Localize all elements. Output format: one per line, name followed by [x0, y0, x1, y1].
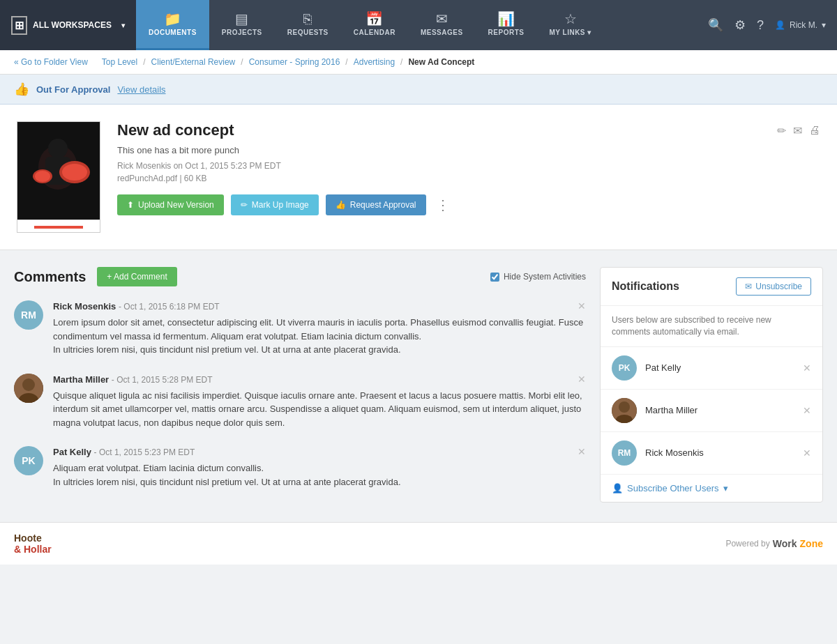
upload-label: Upload New Version — [138, 200, 214, 210]
subscriber-avatar-rm: RM — [612, 440, 637, 466]
comment-close-rm[interactable]: ✕ — [578, 300, 586, 312]
hide-activities-checkbox[interactable] — [490, 273, 499, 282]
status-text: Out For Approval — [36, 84, 110, 95]
footer: Hoote & Hollar Powered by WorkZone — [0, 522, 837, 565]
nav-item-projects[interactable]: ▤ PROJECTS — [209, 0, 275, 50]
doc-thumbnail — [17, 121, 100, 233]
unsubscribe-label: Unsubscribe — [755, 282, 802, 291]
breadcrumb-consumer[interactable]: Consumer - Spring 2016 — [249, 57, 340, 67]
mylinks-icon: ☆ — [564, 12, 577, 26]
subscriber-photo-mm-inner — [612, 398, 637, 423]
markup-button[interactable]: ✏ Mark Up Image — [231, 194, 319, 215]
add-comment-label: + Add Comment — [107, 272, 167, 282]
notifications-desc: Users below are subscribed to receive ne… — [601, 306, 822, 347]
notifications-title: Notifications — [612, 280, 679, 293]
markup-label: Mark Up Image — [252, 200, 309, 210]
nav-item-calendar[interactable]: 📅 CALENDAR — [341, 0, 408, 50]
thumbnail-image — [17, 122, 100, 220]
doc-title-row: New ad concept ✏ ✉ 🖨 — [117, 121, 820, 139]
breadcrumb-external[interactable]: Client/External Review — [151, 57, 236, 67]
subscribe-other-icon: 👤 — [612, 483, 623, 493]
reports-label: REPORTS — [488, 29, 525, 36]
comment-item-pk: PK Pat Kelly - Oct 1, 2015 5:23 PM EDT ✕… — [14, 446, 586, 489]
subscriber-avatar-mm — [612, 398, 637, 423]
comment-body-rm: Rick Mosenkis - Oct 1, 2015 6:18 PM EDT … — [53, 300, 586, 357]
breadcrumb-current: New Ad Concept — [408, 57, 474, 67]
subscriber-remove-mm[interactable]: ✕ — [803, 405, 811, 416]
unsubscribe-button[interactable]: ✉ Unsubscribe — [736, 277, 811, 296]
svg-point-12 — [619, 401, 630, 413]
unsubscribe-icon: ✉ — [745, 282, 752, 291]
doc-info: New ad concept ✏ ✉ 🖨 This one has a bit … — [117, 121, 820, 215]
comment-author-pk: Pat Kelly — [53, 447, 91, 457]
subscriber-remove-rm[interactable]: ✕ — [803, 447, 811, 459]
calendar-icon: 📅 — [365, 12, 383, 26]
nav-item-reports[interactable]: 📊 REPORTS — [476, 0, 537, 50]
email-icon[interactable]: ✉ — [793, 124, 802, 137]
svg-point-9 — [22, 378, 35, 391]
comment-close-pk[interactable]: ✕ — [578, 446, 586, 457]
avatar-mm — [14, 374, 43, 403]
comment-close-mm[interactable]: ✕ — [578, 374, 586, 385]
footer-powered: Powered by WorkZone — [725, 538, 823, 549]
footer-logo: Hoote & Hollar — [14, 532, 52, 555]
comments-title: Comments — [14, 269, 86, 285]
search-icon[interactable]: 🔍 — [708, 17, 723, 33]
subscribe-other[interactable]: 👤 Subscribe Other Users ▾ — [601, 475, 822, 502]
messages-label: MESSAGES — [421, 29, 463, 36]
comment-item-mm: Martha Miller - Oct 1, 2015 5:28 PM EDT … — [14, 374, 586, 430]
user-menu[interactable]: 👤 Rick M. ▾ — [775, 20, 826, 30]
upload-icon: ⬆ — [127, 200, 134, 210]
footer-powered-label: Powered by — [725, 539, 769, 549]
help-icon[interactable]: ? — [757, 18, 764, 33]
comment-date-mm: - Oct 1, 2015 5:28 PM EDT — [112, 375, 213, 385]
approval-button[interactable]: 👍 Request Approval — [326, 194, 426, 215]
nav-items: 📁 DOCUMENTS ▤ PROJECTS ⎘ REQUESTS 📅 CALE… — [136, 0, 697, 50]
gear-icon[interactable]: ⚙ — [734, 17, 746, 33]
hide-activities-label[interactable]: Hide System Activities — [490, 272, 586, 282]
footer-brand-work: Work — [773, 538, 797, 549]
doc-title-icons: ✏ ✉ 🖨 — [777, 124, 820, 137]
documents-label: DOCUMENTS — [149, 29, 197, 36]
subscriber-remove-pk[interactable]: ✕ — [803, 362, 811, 374]
messages-icon: ✉ — [436, 12, 448, 26]
nav-item-messages[interactable]: ✉ MESSAGES — [408, 0, 476, 50]
edit-icon[interactable]: ✏ — [777, 124, 786, 137]
upload-button[interactable]: ⬆ Upload New Version — [117, 194, 224, 215]
add-comment-button[interactable]: + Add Comment — [97, 267, 176, 286]
svg-point-5 — [62, 164, 87, 181]
requests-icon: ⎘ — [303, 12, 312, 26]
nav-item-requests[interactable]: ⎘ REQUESTS — [275, 0, 341, 50]
doc-file: redPunchAd.pdf | 60 KB — [117, 174, 820, 183]
nav-right: 🔍 ⚙ ? 👤 Rick M. ▾ — [697, 17, 837, 33]
doc-meta: Rick Mosenkis on Oct 1, 2015 5:23 PM EDT — [117, 161, 820, 171]
breadcrumb-advertising[interactable]: Advertising — [354, 57, 395, 67]
workspace-selector[interactable]: ⊞ ALL WORKSPACES ▾ — [0, 0, 136, 50]
doc-detail: New ad concept ✏ ✉ 🖨 This one has a bit … — [0, 105, 837, 250]
comment-author-mm: Martha Miller — [53, 374, 109, 385]
comments-header: Comments + Add Comment Hide System Activ… — [14, 267, 586, 286]
view-details-link[interactable]: View details — [117, 84, 165, 95]
approval-icon: 👍 — [335, 200, 346, 210]
hide-activities-text: Hide System Activities — [504, 272, 586, 282]
comment-text-pk: Aliquam erat volutpat. Etiam lacinia dic… — [53, 461, 586, 489]
main-content: Comments + Add Comment Hide System Activ… — [0, 250, 837, 522]
nav-item-documents[interactable]: 📁 DOCUMENTS — [136, 0, 209, 50]
requests-label: REQUESTS — [287, 29, 329, 36]
comment-header-pk: Pat Kelly - Oct 1, 2015 5:23 PM EDT ✕ — [53, 446, 586, 457]
nav-item-mylinks[interactable]: ☆ MY LINKS ▾ — [536, 0, 603, 50]
breadcrumb-toplevel[interactable]: Top Level — [102, 57, 137, 67]
status-bar: 👍 Out For Approval View details — [0, 75, 837, 105]
back-link[interactable]: « Go to Folder View — [14, 57, 88, 67]
comment-header-rm: Rick Mosenkis - Oct 1, 2015 6:18 PM EDT … — [53, 300, 586, 312]
subscriber-name-rm: Rick Mosenkis — [645, 447, 794, 458]
breadcrumb-bar: « Go to Folder View Top Level / Client/E… — [0, 50, 837, 75]
user-icon: 👤 — [775, 20, 785, 30]
more-button[interactable]: ⋮ — [433, 197, 453, 213]
workspace-label: ALL WORKSPACES — [33, 20, 112, 30]
comment-author-rm: Rick Mosenkis — [53, 301, 116, 312]
print-icon[interactable]: 🖨 — [809, 124, 820, 137]
subscriber-name-pk: Pat Kelly — [645, 362, 794, 373]
subscriber-rm: RM Rick Mosenkis ✕ — [601, 432, 822, 475]
mylinks-label: MY LINKS ▾ — [549, 29, 591, 36]
